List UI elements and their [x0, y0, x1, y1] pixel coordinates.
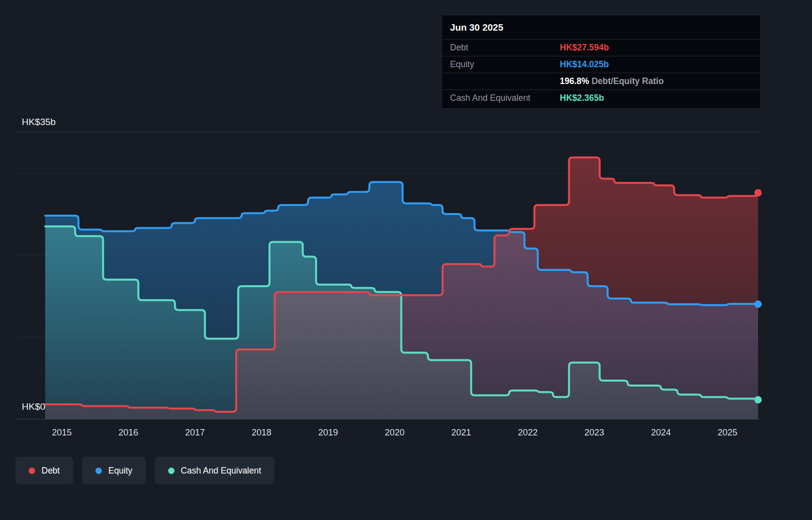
- x-axis-label-2021: 2021: [451, 428, 471, 437]
- legend: Debt Equity Cash And Equivalent: [15, 457, 274, 484]
- tooltip-row-debt: Debt HK$27.594b: [442, 39, 760, 56]
- tooltip-row-ratio: 196.8% Debt/Equity Ratio: [442, 73, 760, 89]
- tooltip-row-equity: Equity HK$14.025b: [442, 56, 760, 73]
- debt-legend-dot-icon: [29, 468, 35, 474]
- x-axis-label-2018: 2018: [252, 428, 271, 437]
- cash-and-equivalent-endpoint-marker-icon[interactable]: [754, 396, 762, 403]
- tooltip-equity-label: Equity: [450, 59, 560, 70]
- x-axis-label-2020: 2020: [385, 428, 405, 437]
- tooltip-date: Jun 30 2025: [442, 15, 760, 39]
- y-axis-max-label: HK$35b: [22, 117, 56, 128]
- cash-legend-dot-icon: [168, 468, 175, 474]
- tooltip-row-cash: Cash And Equivalent HK$2.365b: [442, 89, 760, 106]
- legend-item-debt-label: Debt: [42, 466, 60, 476]
- tooltip-cash-label: Cash And Equivalent: [450, 93, 560, 103]
- equity-legend-dot-icon: [95, 468, 102, 474]
- x-axis-label-2024: 2024: [651, 428, 671, 437]
- tooltip-ratio-label: Debt/Equity Ratio: [591, 76, 664, 86]
- debt-equity-history-panel: HK$35b HK$0 2015201620172018201920202021…: [0, 0, 812, 520]
- legend-item-equity[interactable]: Equity: [82, 457, 146, 484]
- debt-endpoint-marker-icon[interactable]: [754, 189, 762, 196]
- x-axis-label-2019: 2019: [318, 428, 338, 437]
- x-axis-label-2023: 2023: [585, 428, 604, 437]
- tooltip-debt-value: HK$27.594b: [560, 43, 752, 53]
- tooltip-ratio-value: 196.8%: [560, 76, 589, 86]
- tooltip-cash-value: HK$2.365b: [560, 93, 752, 103]
- tooltip-ratio: 196.8% Debt/Equity Ratio: [560, 76, 752, 87]
- chart-tooltip: Jun 30 2025 Debt HK$27.594b Equity HK$14…: [442, 15, 761, 109]
- x-axis-label-2016: 2016: [119, 428, 138, 437]
- x-axis-label-2022: 2022: [518, 428, 538, 437]
- legend-item-cash[interactable]: Cash And Equivalent: [155, 457, 274, 484]
- legend-item-equity-label: Equity: [108, 466, 133, 476]
- legend-item-debt[interactable]: Debt: [15, 457, 73, 484]
- legend-item-cash-label: Cash And Equivalent: [181, 466, 261, 476]
- y-axis-zero-label: HK$0: [22, 401, 45, 412]
- equity-endpoint-marker-icon[interactable]: [754, 301, 762, 308]
- x-axis-label-2025: 2025: [718, 428, 737, 437]
- x-axis-label-2017: 2017: [185, 428, 205, 437]
- tooltip-equity-value: HK$14.025b: [560, 59, 752, 70]
- tooltip-debt-label: Debt: [450, 43, 560, 53]
- x-axis-label-2015: 2015: [52, 428, 72, 437]
